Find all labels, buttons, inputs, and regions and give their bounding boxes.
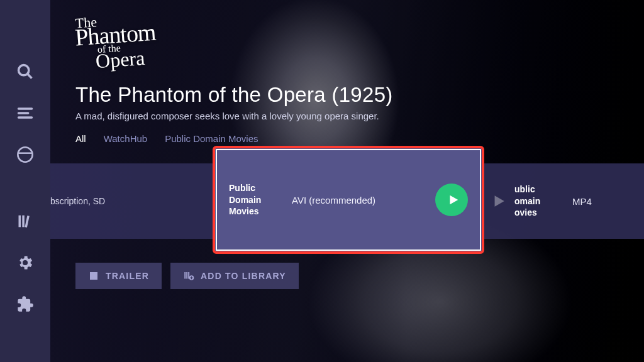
library-add-icon — [183, 270, 194, 282]
movie-synopsis: A mad, disfigured composer seeks love wi… — [75, 111, 379, 121]
play-button[interactable] — [435, 184, 468, 216]
sidebar — [0, 0, 50, 362]
discover-icon[interactable] — [16, 146, 34, 163]
trailer-label: TRAILER — [106, 271, 149, 281]
play-icon — [484, 193, 512, 209]
tab-public-domain-movies[interactable]: Public Domain Movies — [165, 133, 258, 144]
svg-rect-9 — [25, 216, 29, 228]
movie-logo: The Phantom of the Opera — [74, 13, 158, 71]
stream-left-text: bscription, SD — [50, 196, 105, 206]
tab-watchhub[interactable]: WatchHub — [104, 133, 147, 144]
svg-rect-8 — [22, 216, 25, 228]
search-icon[interactable] — [16, 63, 34, 80]
svg-rect-10 — [90, 274, 97, 280]
stream-provider-label: ublic omain ovies — [514, 184, 561, 219]
stream-provider-label: Public Domain Movies — [229, 182, 278, 218]
stream-format-label: MP4 — [572, 196, 592, 207]
tab-all[interactable]: All — [75, 133, 86, 144]
menu-icon[interactable] — [16, 104, 34, 122]
library-icon[interactable] — [16, 212, 34, 230]
stream-option-right[interactable]: ublic omain ovies MP4 — [484, 163, 592, 239]
svg-line-1 — [28, 74, 31, 78]
stream-format-label: AVI (recommended) — [292, 195, 435, 206]
svg-rect-12 — [186, 272, 187, 279]
svg-rect-7 — [19, 216, 21, 228]
stream-option-left-partial[interactable]: bscription, SD — [50, 163, 208, 239]
source-tabs: All WatchHub Public Domain Movies — [75, 133, 258, 144]
movie-title: The Phantom of the Opera (1925) — [75, 83, 393, 107]
add-to-library-button[interactable]: ADD TO LIBRARY — [170, 263, 299, 289]
add-to-library-label: ADD TO LIBRARY — [201, 271, 286, 281]
action-row: TRAILER ADD TO LIBRARY — [75, 263, 299, 289]
svg-point-0 — [19, 65, 29, 75]
svg-point-5 — [18, 147, 32, 162]
settings-icon[interactable] — [16, 254, 34, 272]
trailer-button[interactable]: TRAILER — [75, 263, 162, 289]
clapperboard-icon — [88, 270, 99, 282]
addons-icon[interactable] — [16, 295, 34, 313]
stream-option-highlighted[interactable]: Public Domain Movies AVI (recommended) — [213, 146, 484, 254]
svg-rect-11 — [184, 272, 186, 279]
